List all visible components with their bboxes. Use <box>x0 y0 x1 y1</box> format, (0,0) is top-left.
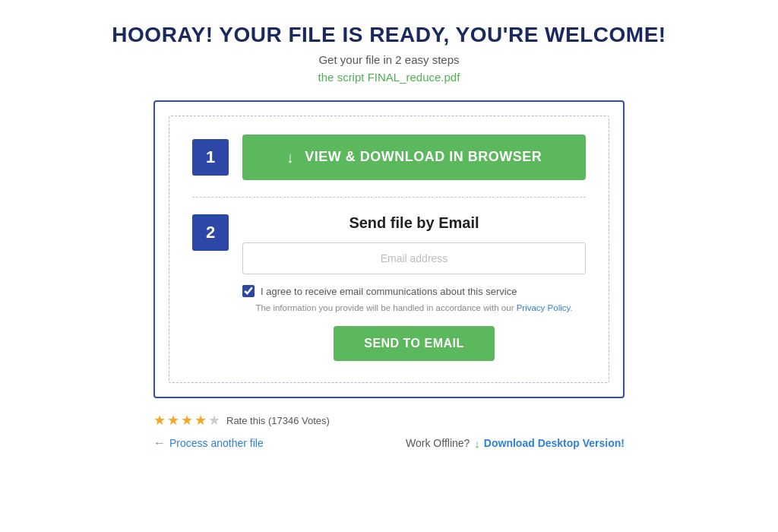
send-to-email-button[interactable]: SEND TO EMAIL <box>334 326 495 361</box>
star-5[interactable]: ★ <box>208 412 220 429</box>
privacy-text: The information you provide will be hand… <box>242 303 586 312</box>
privacy-policy-link[interactable]: Privacy Policy <box>517 303 571 312</box>
star-2[interactable]: ★ <box>167 412 179 429</box>
checkbox-row: I agree to receive email communications … <box>242 285 586 297</box>
desktop-link-label: Download Desktop Version! <box>484 437 625 449</box>
step2-badge: 2 <box>192 214 229 251</box>
footer: ★ ★ ★ ★ ★ Rate this (17346 Votes) ← Proc… <box>153 412 625 450</box>
download-button[interactable]: ↓ VIEW & DOWNLOAD IN BROWSER <box>242 135 586 180</box>
send-email-title: Send file by Email <box>349 214 479 232</box>
page-title: HOORAY! YOUR FILE IS READY, YOU'RE WELCO… <box>112 23 666 47</box>
star-1[interactable]: ★ <box>153 412 166 429</box>
arrow-left-icon: ← <box>153 436 166 450</box>
step1-badge: 1 <box>192 139 229 176</box>
bottom-links: ← Process another file Work Offline? ↓ D… <box>153 436 625 450</box>
star-4[interactable]: ★ <box>194 412 207 429</box>
rating-label: Rate this (17346 Votes) <box>226 415 330 426</box>
email-input[interactable] <box>242 242 586 274</box>
download-small-arrow-icon: ↓ <box>474 437 480 450</box>
work-offline-label: Work Offline? <box>406 437 470 449</box>
filename: the script FINAL_reduce.pdf <box>318 71 460 84</box>
stars: ★ ★ ★ ★ ★ <box>153 412 220 429</box>
step2-content: Send file by Email I agree to receive em… <box>242 214 586 361</box>
main-card: 1 ↓ VIEW & DOWNLOAD IN BROWSER 2 Send fi… <box>153 100 625 398</box>
inner-card: 1 ↓ VIEW & DOWNLOAD IN BROWSER 2 Send fi… <box>169 116 609 383</box>
step2-row: 2 Send file by Email I agree to receive … <box>192 214 586 361</box>
work-offline-section: Work Offline? ↓ Download Desktop Version… <box>406 437 625 450</box>
subtitle: Get your file in 2 easy steps <box>318 53 459 66</box>
download-button-label: VIEW & DOWNLOAD IN BROWSER <box>305 149 542 166</box>
process-another-link[interactable]: ← Process another file <box>153 436 264 450</box>
process-another-label: Process another file <box>169 437 264 449</box>
step1-row: 1 ↓ VIEW & DOWNLOAD IN BROWSER <box>192 135 586 180</box>
download-arrow-icon: ↓ <box>286 148 295 166</box>
star-3[interactable]: ★ <box>181 412 193 429</box>
agree-checkbox[interactable] <box>242 285 255 297</box>
checkbox-label: I agree to receive email communications … <box>261 286 517 297</box>
desktop-version-link[interactable]: ↓ Download Desktop Version! <box>474 437 625 450</box>
rating-row: ★ ★ ★ ★ ★ Rate this (17346 Votes) <box>153 412 625 429</box>
step-divider <box>192 197 586 198</box>
